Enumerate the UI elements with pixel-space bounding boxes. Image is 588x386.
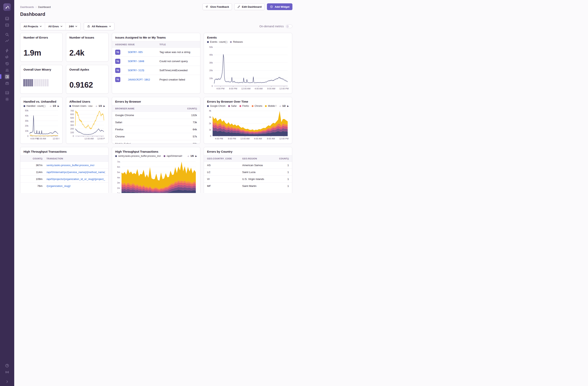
legend-dot: [23, 105, 25, 107]
legend-entry[interactable]: Known Users : cour: [69, 105, 92, 107]
misery-bar: [35, 79, 37, 86]
apdex-widget: Overall Apdex 0.9162: [66, 65, 108, 94]
issue-link[interactable]: SENTRY-VD5: [128, 51, 159, 54]
time-range-filter[interactable]: 24H: [66, 23, 81, 30]
sentry-logo[interactable]: [3, 3, 11, 11]
next-page-icon[interactable]: ▶: [104, 105, 105, 107]
sidebar-item-stats[interactable]: [3, 89, 11, 96]
issue-link[interactable]: SENTRY-32ZQ: [128, 69, 159, 72]
sidebar-item-explore[interactable]: [3, 31, 11, 38]
prev-page-icon[interactable]: ◀: [49, 105, 51, 107]
legend-dot: [252, 105, 253, 107]
errors-by-country-widget: Errors by Country GEO.COUNTRY_CODE GEO.R…: [204, 147, 292, 193]
add-widget-button[interactable]: Add Widget: [267, 3, 293, 10]
svg-text:8:00 AM: 8:00 AM: [267, 137, 275, 140]
legend-label: sentry.tasks.process_buffer.process_incr: [118, 155, 161, 158]
sidebar-item-dashboards[interactable]: [3, 73, 11, 80]
svg-text:8:00 AM: 8:00 AM: [267, 87, 275, 90]
svg-text:2m: 2m: [117, 187, 120, 189]
svg-text:3k: 3k: [209, 116, 211, 118]
country-code: AS: [207, 164, 242, 167]
legend-entry[interactable]: Chrome: [252, 105, 262, 107]
high-throughput-table: COUNT() TRANSACTION 367msentry.tasks.pro…: [20, 155, 108, 189]
sidebar-item-replays[interactable]: [3, 60, 11, 67]
issue-link[interactable]: JAVASCRIPT-1BG2: [128, 78, 159, 81]
svg-text:100: 100: [70, 131, 74, 134]
legend-dot: [115, 155, 117, 157]
svg-text:12:00 AM: 12:00 AM: [241, 87, 250, 90]
sidebar-item-launch[interactable]: [3, 47, 11, 54]
prev-page-icon[interactable]: ◀: [187, 155, 189, 157]
transaction-link[interactable]: /api/0/projects/{organization_id_or_slug…: [42, 178, 105, 181]
sidebar-item-settings[interactable]: [3, 96, 11, 102]
number-of-errors-value: 1.9m: [23, 49, 59, 57]
number-of-errors-widget: Number of Errors 1.9m: [20, 33, 63, 62]
table-header: GEO.COUNTRY_CODE GEO.REGION COUNT(): [204, 155, 292, 162]
sidebar-item-performance[interactable]: [3, 38, 11, 44]
issue-title: Could not convert query: [159, 60, 197, 63]
svg-text:700: 700: [70, 110, 74, 112]
legend-dot: [265, 105, 267, 107]
transaction-count: 76m: [23, 184, 42, 187]
issues-table: ASSIGNEE ISSUE TITLE TESENTRY-VD5Tag val…: [112, 41, 200, 84]
sidebar-item-issues[interactable]: [3, 15, 11, 22]
edit-dashboard-button[interactable]: Edit Dashboard: [234, 3, 265, 10]
projects-filter[interactable]: All Projects: [20, 23, 45, 30]
legend-dot: [164, 155, 165, 157]
legend-entry[interactable]: Firefox: [239, 105, 249, 107]
legend-entry[interactable]: sentry.tasks.process_buffer.process_incr: [115, 155, 161, 158]
country-region: U.S. Virgin Islands: [242, 178, 278, 181]
svg-text:0: 0: [27, 135, 28, 137]
widget-title: Errors by Country: [207, 150, 289, 153]
misery-bar: [41, 79, 42, 86]
ondemand-metrics-toggle[interactable]: [286, 24, 293, 28]
breadcrumb: Dashboards › Dashboard: [20, 5, 51, 8]
legend-entry[interactable]: Events : count( ): [207, 41, 227, 43]
country-count: 1: [278, 171, 289, 174]
misery-bar: [33, 79, 35, 86]
legend-entry[interactable]: Mobile S: [265, 105, 276, 107]
legend-entry[interactable]: Google Chrome: [207, 105, 225, 107]
errors-by-browser-over-time-widget: Errors by Browser Over Time Google Chrom…: [204, 97, 292, 144]
give-feedback-button[interactable]: Give Feedback: [203, 3, 232, 10]
issue-title: Tag value was not a string: [159, 51, 197, 54]
legend-label: Known Users : cour: [72, 105, 92, 107]
next-page-icon[interactable]: ▶: [195, 155, 197, 157]
envs-filter[interactable]: All Envs: [45, 23, 65, 30]
table-row-partial: Mobile Safari33k: [112, 140, 200, 144]
releases-filter[interactable]: All Releases: [84, 22, 114, 30]
transaction-link[interactable]: sentry.tasks.process_buffer.process_incr: [42, 164, 105, 167]
legend-pagination: ◀1/3▶: [49, 105, 59, 107]
assignee-cell: TE: [115, 50, 128, 55]
issue-link[interactable]: SENTRY-16H8: [128, 60, 159, 63]
legend-entry[interactable]: /api/0/internal/r: [164, 155, 182, 158]
legend-label: /api/0/internal/r: [167, 155, 182, 158]
avatar: TE: [115, 50, 120, 55]
next-page-icon[interactable]: ▶: [287, 105, 289, 107]
sidebar-item-alerts[interactable]: [3, 67, 11, 73]
table-row: ASAmerican Samoa1: [204, 162, 292, 169]
sidebar-item-projects[interactable]: [3, 22, 11, 28]
prev-page-icon[interactable]: ◀: [279, 105, 281, 107]
transaction-link[interactable]: /{organization_slug}/: [42, 184, 105, 187]
errors-by-browser-chart: 01k2k3k4k4:00 PM8:00 PM12:00 AM4:00 AM8:…: [207, 108, 289, 141]
country-region: Saint Martin: [242, 184, 278, 187]
legend-entry[interactable]: Releases: [230, 41, 243, 43]
transaction-link[interactable]: /api/0/internal/rpc/{service_name}/{meth…: [42, 171, 105, 174]
legend-entry[interactable]: Safari: [228, 105, 237, 107]
country-code: LC: [207, 171, 242, 174]
sidebar-item-releases[interactable]: [3, 80, 11, 86]
widget-title: Events: [207, 36, 289, 39]
legend-label: Mobile S: [268, 105, 276, 107]
table-row: TESENTRY-VD5Tag value was not a string: [112, 48, 200, 57]
svg-text:400: 400: [70, 120, 74, 123]
next-page-icon[interactable]: ▶: [58, 105, 59, 107]
legend-label: Google Chrome: [210, 105, 225, 107]
legend-entry[interactable]: Handled : count( ): [23, 105, 45, 107]
misery-bar: [47, 79, 48, 86]
prev-page-icon[interactable]: ◀: [95, 105, 97, 107]
breadcrumb-dashboards[interactable]: Dashboards: [20, 5, 34, 8]
sidebar-item-feedback[interactable]: [3, 54, 11, 60]
breadcrumb-current: Dashboard: [38, 5, 51, 8]
browser-count: 57k: [179, 135, 197, 138]
